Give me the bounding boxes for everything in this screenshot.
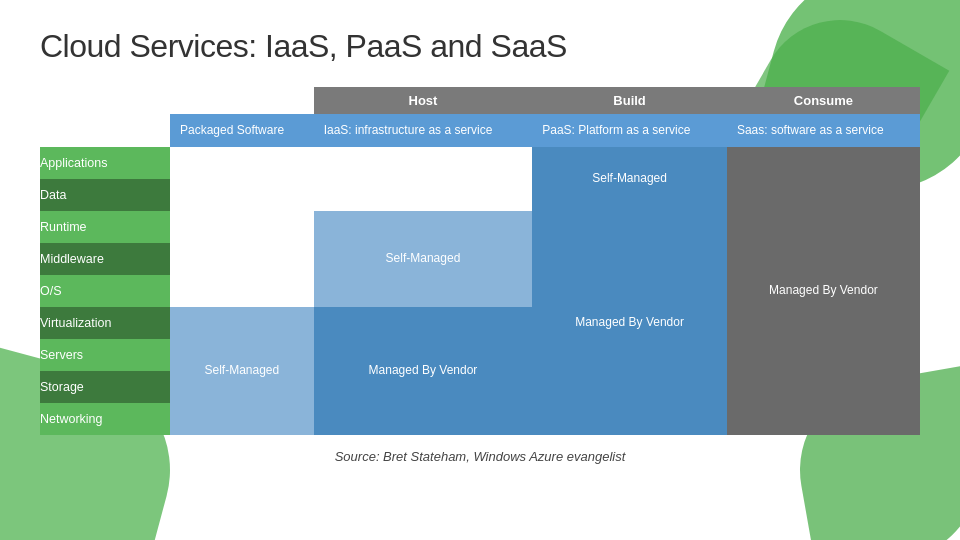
source-text: Source: Bret Stateham, Windows Azure eva… — [40, 449, 920, 464]
col-build: Build — [532, 87, 727, 114]
desc-row: Packaged Software IaaS: infrastructure a… — [40, 114, 920, 147]
row-label-networking: Networking — [40, 403, 170, 435]
page-title: Cloud Services: IaaS, PaaS and SaaS — [40, 28, 920, 65]
saas-description: Saas: software as a service — [727, 114, 920, 147]
paas-description: PaaS: Platform as a service — [532, 114, 727, 147]
row-label-os: O/S — [40, 275, 170, 307]
cell-runtime-build-managed: Managed By Vendor — [532, 211, 727, 435]
cell-virt-host-managed: Managed By Vendor — [314, 307, 533, 435]
self-managed-packaged-label: Self-Managed — [204, 363, 279, 377]
iaas-description: IaaS: infrastructure as a service — [314, 114, 533, 147]
managed-by-vendor-build-label: Managed By Vendor — [575, 315, 684, 329]
cell-apps-host — [314, 147, 533, 211]
col-empty-1 — [40, 87, 170, 114]
cell-apps-consume-managed: Managed By Vendor — [727, 147, 920, 435]
cell-runtime-packaged — [170, 211, 314, 307]
cell-apps-packaged — [170, 147, 314, 211]
row-label-servers: Servers — [40, 339, 170, 371]
col-host: Host — [314, 87, 533, 114]
managed-by-vendor-host-label: Managed By Vendor — [369, 363, 478, 377]
managed-by-vendor-consume-label: Managed By Vendor — [769, 283, 878, 297]
table-row-applications: Applications Self-Managed Managed By Ven… — [40, 147, 920, 179]
row-label-virtualization: Virtualization — [40, 307, 170, 339]
packaged-software-label: Packaged Software — [170, 114, 314, 147]
row-label-data: Data — [40, 179, 170, 211]
cloud-services-table: Host Build Consume Packaged Software Iaa… — [40, 87, 920, 435]
col-header-row: Host Build Consume — [40, 87, 920, 114]
cell-apps-build-selfmanaged: Self-Managed — [532, 147, 727, 211]
cell-runtime-host-selfmanaged: Self-Managed — [314, 211, 533, 307]
col-consume: Consume — [727, 87, 920, 114]
cell-virt-packaged-selfmanaged: Self-Managed — [170, 307, 314, 435]
col-empty-2 — [170, 87, 314, 114]
desc-empty-1 — [40, 114, 170, 147]
row-label-runtime: Runtime — [40, 211, 170, 243]
self-managed-host-label: Self-Managed — [386, 251, 461, 265]
row-label-storage: Storage — [40, 371, 170, 403]
row-label-applications: Applications — [40, 147, 170, 179]
row-label-middleware: Middleware — [40, 243, 170, 275]
